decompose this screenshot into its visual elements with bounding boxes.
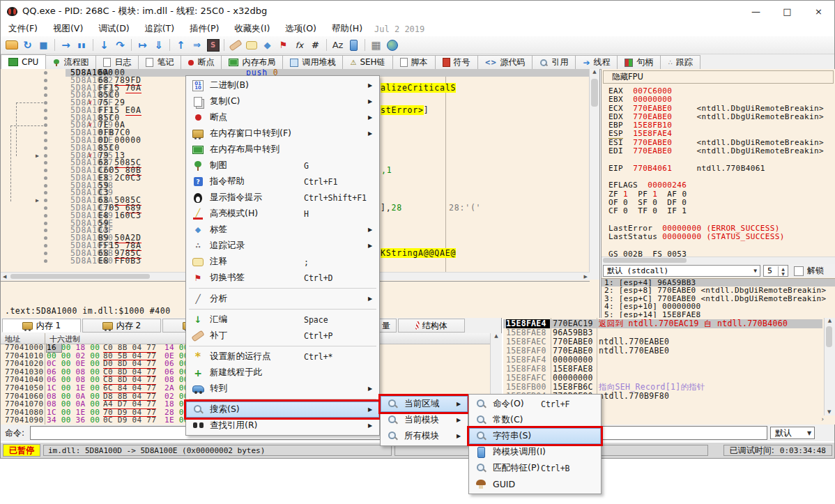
- patch-icon[interactable]: [228, 38, 243, 52]
- follow-in-dump-menu-item[interactable]: 在内存窗口中转到(F)▶: [186, 125, 379, 142]
- globe-icon[interactable]: [385, 38, 399, 52]
- tab-log[interactable]: 日志: [95, 55, 139, 69]
- labels-icon[interactable]: ◆: [260, 38, 275, 52]
- menubar-item[interactable]: 选项(O): [277, 22, 324, 36]
- call-argument-row[interactable]: 4: [esp+10] 00000000: [602, 303, 835, 310]
- find-references-menu-item[interactable]: 查找引用(R)▶: [186, 418, 379, 434]
- tab-threads[interactable]: ➔线程: [575, 55, 618, 69]
- stack-vertical-scrollbar[interactable]: ▲▼: [824, 318, 835, 415]
- registers-pane[interactable]: 隐藏FPU EAX 007C6000EBX 00000000ECX 770EAB…: [601, 69, 835, 318]
- toggle-bookmark-menu-item[interactable]: ⚑切换书签Ctrl+D: [186, 270, 379, 286]
- comment-menu-item[interactable]: 注释;: [186, 254, 379, 270]
- disasm-vertical-scrollbar[interactable]: ▲: [589, 69, 599, 280]
- tab-graph[interactable]: 流程图: [45, 55, 96, 69]
- functions-icon[interactable]: fx: [292, 38, 307, 52]
- breakpoint-dot-icon[interactable]: [44, 161, 47, 165]
- minimize-button[interactable]: —: [740, 1, 772, 21]
- breakpoint-dot-icon[interactable]: [44, 169, 47, 172]
- stack-row[interactable]: 15E8FAF400000000: [503, 356, 822, 365]
- menubar-item[interactable]: 视图(V): [45, 22, 91, 36]
- calling-convention-dropdown[interactable]: 默认 (stdcall) ▼: [603, 265, 760, 277]
- breakpoint-dot-icon[interactable]: [44, 252, 47, 255]
- tab-script[interactable]: 脚本: [392, 55, 436, 69]
- menubar-item[interactable]: 插件(P): [182, 22, 227, 36]
- command-profile-dropdown[interactable]: 默认 ▼: [770, 427, 815, 439]
- show-mnemonic-brief-menu-item[interactable]: 显示指令提示Ctrl+Shift+F1: [186, 190, 379, 206]
- tab-dump-2[interactable]: 内存 2: [82, 319, 161, 333]
- assist-menu-item[interactable]: ?指令帮助Ctrl+F1: [186, 174, 379, 190]
- trace-record-menu-item[interactable]: ∴追踪记录▶: [186, 238, 379, 254]
- current-module-menu-item[interactable]: 当前模块▶: [381, 412, 468, 428]
- run-until-selection-icon[interactable]: ⇒: [190, 38, 204, 52]
- run-icon[interactable]: →: [59, 38, 73, 52]
- highlighting-mode-menu-item[interactable]: ╱高亮模式(H)H: [186, 206, 379, 222]
- pattern-menu-item[interactable]: 匹配特征(P)Ctrl+B: [469, 460, 601, 476]
- breakpoint-dot-icon[interactable]: [44, 116, 47, 120]
- call-references-icon[interactable]: [346, 38, 361, 52]
- tab-references[interactable]: 引用: [532, 55, 576, 69]
- pause-icon[interactable]: ▮▮: [75, 38, 89, 52]
- constants-icon[interactable]: #: [308, 38, 323, 52]
- breakpoint-dot-icon[interactable]: [44, 259, 47, 263]
- breakpoint-menu-item[interactable]: 断点▶: [186, 109, 379, 125]
- guid-menu-item[interactable]: GUID: [469, 476, 601, 492]
- menubar-item[interactable]: 帮助(H): [324, 22, 370, 36]
- spinner-arrows-icon[interactable]: ▲▼: [778, 266, 788, 276]
- tab-cpu[interactable]: CPU: [1, 54, 46, 69]
- stack-row[interactable]: 15E8FAF815E8FAE8: [503, 365, 822, 374]
- intermodule-calls-menu-item[interactable]: 跨模块调用(I): [469, 444, 601, 460]
- breakpoint-dot-icon[interactable]: [44, 206, 47, 210]
- breakpoint-dot-icon[interactable]: [44, 214, 47, 217]
- open-file-icon[interactable]: [4, 38, 19, 52]
- breakpoint-dot-icon[interactable]: [44, 199, 47, 202]
- stack-row[interactable]: 15E8FAE4770EAC19返回到 ntdll.770EAC19 自 ntd…: [503, 319, 822, 328]
- breakpoint-dot-icon[interactable]: [44, 86, 47, 90]
- tab-breakpoints[interactable]: 断点: [181, 55, 222, 69]
- breakpoint-dot-icon[interactable]: [44, 191, 47, 194]
- constant-menu-item[interactable]: 常数(C): [469, 412, 601, 428]
- menubar-item[interactable]: 追踪(T): [137, 22, 182, 36]
- breakpoint-dot-icon[interactable]: [44, 184, 47, 188]
- tab-call-stack[interactable]: 调用堆栈: [282, 55, 343, 69]
- set-new-origin-menu-item[interactable]: *设置新的运行点Ctrl+*: [186, 349, 379, 365]
- hide-fpu-button[interactable]: 隐藏FPU: [603, 70, 834, 84]
- goto-menu-item[interactable]: 转到▶: [186, 381, 379, 397]
- tab-struct[interactable]: 结构体: [398, 319, 465, 333]
- breakpoint-dot-icon[interactable]: [44, 154, 47, 158]
- scylla-icon[interactable]: S: [206, 38, 220, 52]
- unlock-checkbox[interactable]: [794, 266, 804, 276]
- menubar-item[interactable]: 收藏夹(I): [227, 22, 277, 36]
- stop-icon[interactable]: ■: [36, 38, 51, 52]
- registers-horizontal-scrollbar[interactable]: [602, 257, 835, 264]
- copy-menu-item[interactable]: 复制(C)▶: [186, 93, 379, 109]
- step-into-icon[interactable]: ↓: [97, 38, 112, 52]
- stack-horizontal-scroll-arrow[interactable]: ›: [810, 415, 824, 424]
- tab-dump-1[interactable]: 内存 1: [2, 319, 81, 333]
- tab-seh-chain[interactable]: ⚠SEH链: [342, 55, 392, 69]
- string-references-icon[interactable]: Az: [330, 38, 345, 52]
- breakpoint-dot-icon[interactable]: [44, 222, 47, 225]
- stack-row[interactable]: 15E8FAF0770EABE0ntdll.770EABE0: [503, 346, 822, 356]
- breakpoint-dot-icon[interactable]: [44, 93, 47, 97]
- breakpoint-dot-icon[interactable]: [44, 244, 47, 247]
- breakpoint-dot-icon[interactable]: [44, 146, 47, 150]
- step-out-icon[interactable]: ↑: [174, 38, 188, 52]
- breakpoint-dot-icon[interactable]: [44, 139, 47, 142]
- menubar-item[interactable]: 调试(D): [91, 22, 137, 36]
- restart-icon[interactable]: ↻: [20, 38, 35, 52]
- breakpoint-dot-icon[interactable]: [44, 236, 47, 240]
- argument-count-spinner[interactable]: 5 ▲▼: [763, 265, 788, 277]
- breakpoint-dot-icon[interactable]: [44, 101, 47, 105]
- calculator-icon[interactable]: ▦: [369, 38, 383, 52]
- breakpoint-dot-icon[interactable]: [44, 109, 47, 112]
- tab-memory-map[interactable]: 内存布局: [221, 55, 283, 69]
- search-menu-item[interactable]: 搜索(S)▶: [186, 402, 379, 418]
- step-over-icon[interactable]: ↷: [113, 38, 128, 52]
- binary-menu-item[interactable]: 01 10二进制(B)▶: [186, 77, 379, 93]
- tab-notes[interactable]: 笔记: [138, 55, 181, 69]
- graph-menu-item[interactable]: 制图G: [186, 158, 379, 174]
- breakpoint-dot-icon[interactable]: [44, 131, 47, 135]
- close-button[interactable]: ×: [803, 1, 834, 21]
- bookmarks-icon[interactable]: ⚑: [276, 38, 291, 52]
- label-menu-item[interactable]: ◆标签▶: [186, 222, 379, 238]
